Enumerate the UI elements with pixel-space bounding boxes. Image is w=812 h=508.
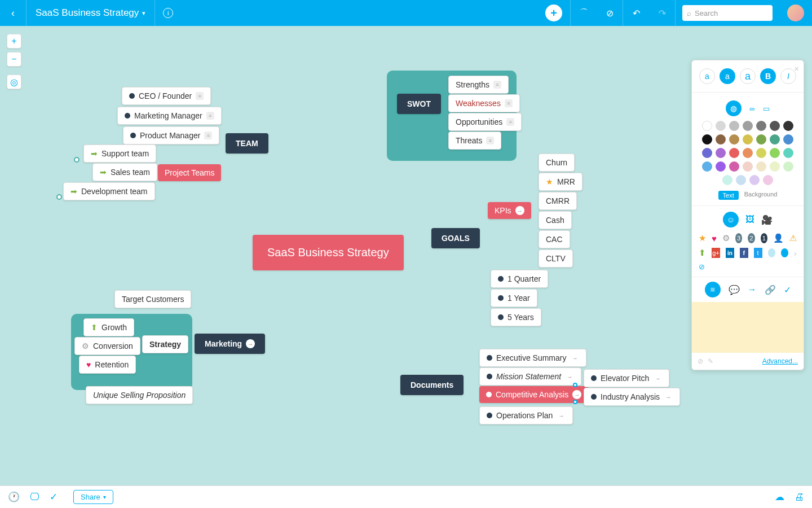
tab-text[interactable]: Text — [718, 191, 739, 200]
node-weaknesses[interactable]: Weaknesses≡ — [448, 94, 520, 112]
history-button[interactable]: 🕐 — [8, 491, 20, 503]
dot-pale-icon[interactable] — [768, 248, 775, 257]
node-documents[interactable]: Documents — [400, 375, 464, 395]
node-support-team[interactable]: ➡Support team — [83, 144, 156, 163]
edit-small-icon[interactable]: ✎ — [708, 357, 713, 365]
color-swatch[interactable] — [702, 148, 712, 158]
color-swatch[interactable] — [702, 161, 712, 172]
node-1quarter[interactable]: 1 Quarter — [491, 270, 548, 288]
zoom-in-button[interactable]: + — [7, 34, 21, 49]
connector-handle[interactable] — [74, 157, 80, 163]
cloud-button[interactable]: ☁ — [775, 491, 784, 503]
node-industry[interactable]: Industry Analysis→ — [584, 388, 680, 406]
warning-icon[interactable]: ⚠ — [789, 233, 797, 243]
color-swatch[interactable] — [729, 121, 739, 131]
link-icon[interactable]: ∞ — [749, 104, 754, 113]
emoji-button[interactable]: ☺ — [723, 212, 739, 227]
node-cmrr[interactable]: CMRR — [539, 192, 577, 210]
color-swatch[interactable] — [716, 121, 726, 131]
node-target-customers[interactable]: Target Customers — [114, 290, 191, 308]
node-strategy[interactable]: Strategy — [142, 335, 188, 353]
linkedin-icon[interactable]: in — [726, 248, 734, 258]
node-marketing[interactable]: Marketing→ — [195, 334, 265, 354]
avatar[interactable] — [787, 5, 804, 21]
connector-button[interactable]: ⌒ — [571, 0, 597, 26]
color-swatch[interactable] — [736, 175, 746, 185]
fill-tool[interactable]: ◍ — [726, 100, 742, 116]
node-mrr[interactable]: ★MRR — [539, 173, 582, 191]
color-swatch[interactable] — [729, 134, 739, 144]
canvas[interactable]: + − ◎ — [0, 26, 812, 485]
facebook-icon[interactable]: f — [740, 248, 748, 258]
badge-3-icon[interactable]: 3 — [735, 233, 742, 243]
node-ceo[interactable]: CEO / Founder≡ — [122, 87, 211, 105]
more-icons[interactable]: › — [794, 248, 797, 258]
color-swatch[interactable] — [756, 121, 766, 131]
node-retention[interactable]: ♥Retention — [79, 356, 136, 374]
shape-icon[interactable]: ▭ — [763, 104, 770, 113]
dot-blue-icon[interactable] — [781, 248, 788, 257]
node-threats[interactable]: Threats≡ — [448, 132, 501, 150]
node-1year[interactable]: 1 Year — [491, 289, 537, 307]
node-competitive[interactable]: Competitive Analysis→ — [479, 386, 588, 403]
badge-1-icon[interactable]: 1 — [761, 233, 767, 243]
node-team[interactable]: TEAM — [226, 133, 268, 154]
color-swatch[interactable] — [743, 134, 753, 144]
text-size-small[interactable]: a — [699, 68, 715, 84]
close-button[interactable]: × — [794, 64, 799, 73]
node-opportunities[interactable]: Opportunities≡ — [448, 113, 522, 131]
node-churn[interactable]: Churn — [539, 154, 575, 172]
recenter-button[interactable]: ◎ — [7, 75, 21, 89]
node-cac[interactable]: CAC — [539, 230, 570, 248]
node-5years[interactable]: 5 Years — [491, 308, 541, 326]
zoom-out-button[interactable]: − — [7, 52, 21, 67]
color-swatch[interactable] — [770, 134, 780, 144]
color-swatch[interactable] — [716, 148, 726, 158]
block-small-icon[interactable]: ⊘ — [698, 357, 703, 365]
video-button[interactable]: 🎥 — [761, 214, 773, 225]
color-swatch[interactable] — [763, 175, 773, 185]
node-goals[interactable]: GOALS — [431, 228, 480, 248]
bold-button[interactable]: B — [760, 68, 776, 84]
node-product-manager[interactable]: Product Manager≡ — [123, 126, 219, 144]
comment-button[interactable]: 💬 — [729, 284, 740, 295]
node-sales-team[interactable]: ➡Sales team — [92, 163, 157, 181]
node-cltv[interactable]: CLTV — [539, 249, 573, 268]
color-swatch[interactable] — [729, 148, 739, 158]
twitter-icon[interactable]: t — [754, 248, 762, 258]
node-operations[interactable]: Operations Plan→ — [479, 406, 573, 424]
note-button[interactable]: ≡ — [705, 282, 721, 297]
color-swatch[interactable] — [783, 161, 793, 172]
connector-handle[interactable] — [573, 400, 577, 404]
color-swatch[interactable] — [702, 134, 712, 144]
block-button[interactable]: ⊘ — [597, 0, 623, 26]
node-elevator[interactable]: Elevator Pitch→ — [584, 369, 669, 387]
print-button[interactable]: 🖨 — [795, 492, 804, 503]
node-marketing-manager[interactable]: Marketing Manager≡ — [117, 107, 222, 125]
node-kpis[interactable]: KPIs→ — [488, 202, 531, 219]
color-swatch[interactable] — [722, 175, 732, 185]
text-size-large[interactable]: a — [740, 68, 756, 84]
node-cash[interactable]: Cash — [539, 211, 572, 229]
color-swatch[interactable] — [716, 161, 726, 172]
googleplus-icon[interactable]: g+ — [712, 248, 720, 258]
color-swatch[interactable] — [729, 161, 739, 172]
color-swatch[interactable] — [770, 148, 780, 158]
arrow-button[interactable]: → — [748, 284, 757, 295]
check-button[interactable]: ✓ — [50, 491, 58, 503]
color-swatch[interactable] — [770, 121, 780, 131]
color-swatch[interactable] — [783, 148, 793, 158]
node-strengths[interactable]: Strengths≡ — [448, 76, 509, 94]
color-swatch[interactable] — [743, 161, 753, 172]
back-button[interactable]: ‹ — [0, 0, 26, 26]
node-exec-summary[interactable]: Executive Summary→ — [479, 349, 586, 367]
heart-icon[interactable]: ♥ — [712, 234, 717, 243]
advanced-link[interactable]: Advanced... — [762, 357, 798, 365]
connector-handle[interactable] — [573, 383, 577, 387]
badge-2-icon[interactable]: 2 — [748, 233, 754, 243]
color-swatch[interactable] — [770, 161, 780, 172]
person-icon[interactable]: 👤 — [773, 233, 784, 243]
text-size-medium[interactable]: a — [720, 68, 735, 84]
present-button[interactable]: 🖵 — [30, 492, 39, 503]
info-button[interactable]: i — [155, 0, 181, 26]
